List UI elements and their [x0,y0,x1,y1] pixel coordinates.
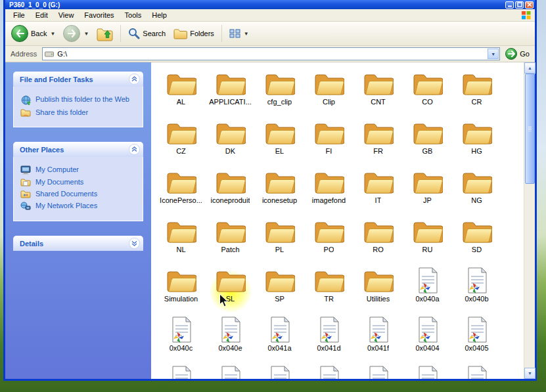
back-icon [11,25,28,42]
file-item[interactable]: 0x041a [255,315,304,364]
folder-item[interactable]: imagefond [304,167,353,216]
folder-item[interactable]: Utilities [353,265,403,315]
folder-item[interactable]: NL [156,216,206,265]
folder-item[interactable]: PL [255,216,304,265]
file-item[interactable] [304,364,353,379]
folder-item[interactable]: NG [452,167,501,216]
share-folder-link[interactable]: Share this folder [20,108,139,117]
folder-item[interactable]: IconePerso... [156,167,206,216]
folder-item[interactable]: EL [255,118,304,167]
shared-documents-link[interactable]: Shared Documents [20,190,139,198]
file-folder-tasks-header[interactable]: File and Folder Tasks [13,72,143,87]
vertical-scrollbar[interactable]: ▲ ▼ [524,62,535,379]
folder-item[interactable]: APPLICATI... [206,68,255,118]
scroll-up-button[interactable]: ▲ [524,62,535,74]
panel-title: Other Places [20,146,64,154]
folder-item[interactable]: FR [353,118,403,167]
folder-item[interactable]: SL [206,265,255,315]
folder-item[interactable]: SP [255,265,304,315]
scroll-down-button[interactable]: ▼ [524,368,535,379]
drive-icon [45,51,54,58]
scrollbar-thumb[interactable] [525,74,535,184]
folder-item[interactable]: iconeproduit [206,167,255,216]
folder-item[interactable]: iconesetup [255,167,304,216]
back-label: Back [31,30,47,37]
up-button[interactable] [93,25,116,43]
file-item[interactable] [452,364,501,379]
mouse-cursor [219,294,229,309]
folder-icon [314,169,344,195]
folder-item[interactable]: RO [353,216,403,265]
folder-item[interactable]: JP [403,167,452,216]
folder-item[interactable]: Simulation [156,265,206,315]
go-icon [505,48,517,60]
folder-item[interactable]: FI [304,118,353,167]
menu-tools[interactable]: Tools [120,10,147,20]
item-label: iconesetup [262,196,297,204]
panel-title: Details [20,240,43,248]
file-item[interactable]: 0x041f [353,315,403,364]
menu-help[interactable]: Help [147,10,172,20]
file-item[interactable] [255,364,304,379]
address-dropdown-button[interactable]: ▼ [488,49,499,59]
folder-item[interactable]: IT [353,167,403,216]
title-bar[interactable]: P360_1_0_0 (G:) [5,0,535,9]
views-button[interactable]: ▼ [226,28,252,40]
folder-item[interactable]: CO [403,68,452,118]
place-label: My Documents [35,178,83,186]
file-item[interactable]: 0x040c [156,315,206,364]
forward-button[interactable]: ▼ [60,24,92,43]
go-button[interactable]: Go [505,48,530,60]
item-label: SP [275,295,284,303]
folder-item[interactable]: RU [403,216,452,265]
my-network-places-link[interactable]: My Network Places [20,202,139,211]
file-item[interactable]: 0x040b [452,265,501,315]
file-item[interactable]: 0x041d [304,315,353,364]
collapse-button[interactable] [129,144,140,155]
folder-item[interactable]: Patch [206,216,255,265]
address-input[interactable]: G:\ ▼ [42,47,500,60]
folder-item[interactable]: CZ [156,118,206,167]
my-documents-link[interactable]: My Documents [20,178,139,186]
folder-item[interactable]: SD [452,216,501,265]
other-places-header[interactable]: Other Places [13,142,143,157]
menu-favorites[interactable]: Favorites [79,10,119,20]
folder-item[interactable]: CNT [353,68,403,118]
collapse-button[interactable] [129,74,140,85]
expand-button[interactable] [129,238,140,249]
file-item[interactable]: 0x040a [403,265,452,315]
folder-content-area: AL APPLICATI... cfg_clip Clip CNT CO CR … [151,62,524,379]
folders-button[interactable]: Folders [170,27,217,41]
folder-item[interactable]: AL [156,68,206,118]
file-item[interactable]: 0x0404 [403,315,452,364]
menu-edit[interactable]: Edit [30,10,53,20]
close-button[interactable] [525,1,534,9]
menu-file[interactable]: File [8,10,30,20]
file-item[interactable] [206,364,255,379]
file-item[interactable]: 0x0405 [452,315,501,364]
file-item[interactable] [156,364,206,379]
details-panel: Details [13,236,143,251]
publish-to-web-link[interactable]: Publish this folder to the Web [20,95,139,105]
file-item[interactable] [403,364,452,379]
folder-item[interactable]: HG [452,118,501,167]
folder-item[interactable]: DK [206,118,255,167]
folder-item[interactable]: PO [304,216,353,265]
back-button[interactable]: Back ▼ [8,24,58,43]
folder-item[interactable]: TR [304,265,353,315]
folder-item[interactable]: cfg_clip [255,68,304,118]
details-header[interactable]: Details [13,236,143,251]
folder-item[interactable]: Clip [304,68,353,118]
folder-icon [413,70,443,97]
menu-view[interactable]: View [53,10,80,20]
folder-item[interactable]: CR [452,68,501,118]
my-computer-link[interactable]: My Computer [20,165,139,175]
maximize-button[interactable] [515,1,524,9]
item-label: cfg_clip [267,98,292,106]
file-item[interactable]: 0x040e [206,315,255,364]
file-item[interactable] [353,364,403,379]
search-button[interactable]: Search [125,26,169,41]
folder-item[interactable]: GB [403,118,452,167]
minimize-button[interactable] [505,1,514,9]
document-icon [265,316,295,343]
